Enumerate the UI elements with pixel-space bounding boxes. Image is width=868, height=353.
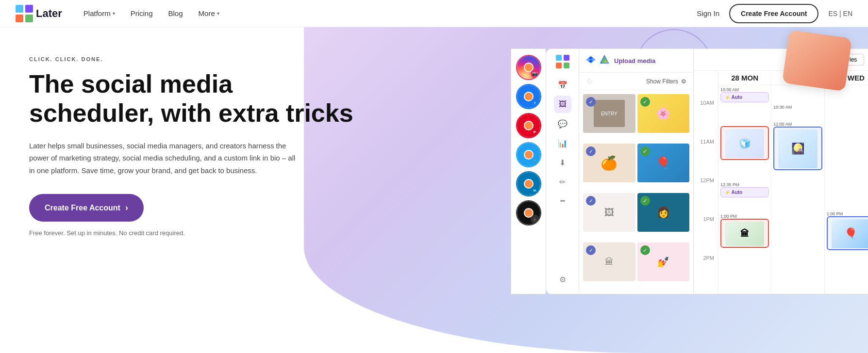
social-facebook[interactable]: f: [516, 84, 541, 109]
svg-rect-6: [556, 63, 562, 68]
social-twitter[interactable]: 🐦: [516, 142, 541, 167]
day-30-wed: 30 WED 1:00 PM 🎈: [824, 71, 868, 294]
svg-rect-3: [25, 15, 33, 22]
sidebar-chart-icon[interactable]: 📊: [554, 134, 571, 152]
day-29-body: 10:30 AM 11:00 AM 🎑: [771, 85, 824, 250]
media-cell-6[interactable]: 👩 ✓: [637, 193, 690, 241]
media-cell-1[interactable]: ENTRY ✓: [583, 94, 635, 142]
logo[interactable]: Later: [16, 5, 62, 22]
check-overlay-5: ✓: [586, 196, 596, 206]
nav-platform[interactable]: Platform ▾: [78, 5, 121, 21]
media-cell-8[interactable]: 💅 ✓: [637, 242, 690, 290]
logo-icon: [16, 5, 33, 22]
time-12pm: 12PM: [694, 177, 718, 216]
nav-blog[interactable]: Blog: [163, 5, 189, 21]
dropbox-icon: [586, 55, 596, 66]
check-overlay-8: ✓: [640, 245, 650, 255]
svg-marker-9: [601, 56, 608, 63]
logo-text: Later: [36, 7, 62, 20]
check-overlay-3: ✓: [586, 146, 596, 156]
decorative-card: [782, 30, 852, 91]
svg-rect-5: [564, 55, 569, 61]
check-overlay-4: ✓: [640, 146, 650, 156]
sidebar-chat-icon[interactable]: 💬: [554, 115, 571, 132]
chevron-down-icon: ▾: [113, 11, 115, 16]
instagram-badge: 📷: [531, 69, 539, 78]
svg-rect-2: [16, 15, 23, 22]
media-header-icons: [586, 55, 609, 66]
event-tue-1030[interactable]: 10:30 AM: [773, 105, 822, 110]
hero-section: CLICK. CLICK. DONE. The social media sch…: [0, 0, 868, 353]
check-overlay-1: ✓: [586, 97, 596, 107]
sidebar-settings-icon[interactable]: ⚙: [554, 271, 571, 288]
sidebar-edit-icon[interactable]: ✏: [554, 173, 571, 191]
media-cell-3[interactable]: 🍊 ✓: [583, 144, 635, 191]
upload-media-button[interactable]: Upload media: [614, 57, 655, 64]
gdrive-icon: [600, 55, 609, 66]
event-mon-1235[interactable]: 12:35 PM ⚡ Auto: [720, 182, 769, 197]
time-10am: 10AM: [694, 100, 718, 139]
sidebar-panel: 📅 🖼 💬 📊 ⬇ ✏ ••• ⚙: [546, 48, 579, 294]
twitter-badge: 🐦: [531, 157, 539, 165]
sign-in-link[interactable]: Sign In: [697, 9, 719, 17]
sidebar-image-icon[interactable]: 🖼: [554, 96, 571, 113]
facebook-badge: f: [531, 98, 539, 107]
nav-more[interactable]: More ▾: [193, 5, 225, 21]
svg-rect-4: [556, 55, 562, 61]
social-panel: 📷 f P 🐦: [511, 48, 546, 294]
create-account-header-button[interactable]: Create Free Account: [729, 4, 818, 23]
sidebar-download-icon[interactable]: ⬇: [554, 154, 571, 171]
time-1pm: 1PM: [694, 216, 718, 255]
arrow-icon: ›: [125, 203, 128, 213]
star-icon[interactable]: ☆: [586, 77, 593, 86]
svg-rect-7: [564, 63, 569, 68]
linkedin-badge: in: [531, 186, 539, 194]
header-left: Later Platform ▾ Pricing Blog More ▾: [16, 5, 225, 22]
sidebar-logo: [556, 55, 569, 70]
check-overlay-2: ✓: [640, 97, 650, 107]
day-30-body: 1:00 PM 🎈: [825, 85, 868, 250]
day-28-mon: 28 MON 10:00 AM ⚡ Auto: [718, 71, 771, 294]
media-cell-5[interactable]: 🖼 ✓: [583, 193, 635, 241]
chevron-down-icon-more: ▾: [217, 11, 219, 16]
tiktok-badge: ♪: [531, 215, 539, 224]
hero-content: CLICK. CLICK. DONE. The social media sch…: [0, 27, 365, 237]
media-cell-7[interactable]: 🏛 ✓: [583, 242, 635, 290]
media-grid: ENTRY ✓ 🌸 ✓ 🍊 ✓: [579, 90, 693, 294]
social-linkedin[interactable]: in: [516, 171, 541, 196]
hero-eyebrow: CLICK. CLICK. DONE.: [29, 56, 365, 62]
day-28-body: 10:00 AM ⚡ Auto 🧊: [718, 85, 771, 250]
event-mon-100[interactable]: 1:00 PM 🏛: [720, 214, 769, 248]
show-filters-button[interactable]: Show Filters ⚙: [646, 78, 686, 85]
media-panel: Upload media ☆ Show Filters ⚙ ENTRY: [579, 48, 693, 294]
event-mon-1100[interactable]: 🧊: [720, 126, 769, 160]
event-mon-1000[interactable]: 10:00 AM ⚡ Auto: [720, 87, 769, 102]
sidebar-calendar-icon[interactable]: 📅: [554, 76, 571, 94]
cta-button[interactable]: Create Free Account ›: [29, 194, 144, 222]
free-note: Free forever. Set up in minutes. No cred…: [29, 229, 365, 237]
filter-icon: ⚙: [681, 78, 686, 85]
svg-rect-0: [16, 5, 23, 13]
cta-label: Create Free Account: [45, 204, 120, 212]
day-28-header: 28 MON: [718, 71, 771, 85]
social-instagram[interactable]: 📷: [516, 55, 541, 80]
header-right: Sign In Create Free Account ES | EN: [697, 4, 852, 23]
nav-pricing[interactable]: Pricing: [125, 5, 159, 21]
time-11am: 11AM: [694, 139, 718, 177]
time-2pm: 2PM: [694, 255, 718, 294]
hero-title: The social media scheduler, with extra t…: [29, 70, 365, 128]
time-column: 10AM 11AM 12PM 1PM 2PM: [694, 71, 718, 294]
social-pinterest[interactable]: P: [516, 113, 541, 138]
event-tue-1100[interactable]: 11:00 AM 🎑: [773, 122, 822, 170]
day-29-tue: 29 TUE 10:30 AM 11:00 AM 🎑: [771, 71, 824, 294]
check-overlay-6: ✓: [640, 196, 650, 206]
sidebar-more-icon[interactable]: •••: [554, 193, 571, 210]
media-cell-4[interactable]: 🎈 ✓: [637, 144, 690, 191]
media-cell-2[interactable]: 🌸 ✓: [637, 94, 690, 142]
nav: Platform ▾ Pricing Blog More ▾: [78, 5, 225, 21]
language-selector[interactable]: ES | EN: [828, 10, 852, 17]
hero-description: Later helps small businesses, social med…: [29, 140, 301, 177]
media-header: Upload media: [579, 49, 693, 73]
social-tiktok[interactable]: ♪: [516, 200, 541, 225]
event-wed-100[interactable]: 1:00 PM 🎈: [827, 211, 868, 250]
